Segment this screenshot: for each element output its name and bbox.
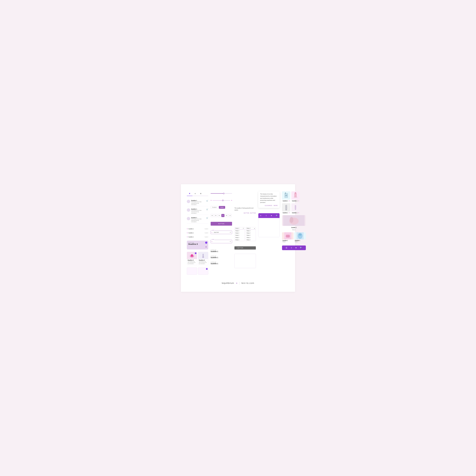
- slider-thumb-1[interactable]: [223, 193, 224, 194]
- dropdown-left[interactable]: Body 2 ▾ Body 2 Body 2 Body 2 Body 2 Bod…: [235, 227, 245, 241]
- num-btn-00[interactable]: 00: [211, 214, 214, 217]
- slider-2-track[interactable]: [212, 200, 230, 201]
- dropdown-left-item-2[interactable]: Body 2: [235, 234, 245, 237]
- bottom-product-body-1: Body 2: [283, 241, 293, 242]
- tab-heart[interactable]: ♥: [187, 191, 192, 196]
- num-btn-10[interactable]: 10: [228, 214, 232, 217]
- bottom-product-2: Subtitle 1 Body 2: [294, 232, 306, 243]
- card-headline: Headline 6: [188, 243, 207, 245]
- dropdown-right-item-4[interactable]: Body 2: [246, 239, 256, 241]
- input-label-1: Label: [212, 230, 214, 231]
- dropdown-left-item-4[interactable]: Body 2: [235, 239, 245, 241]
- list-item-1: Subtitle 1 The beauty of an idea charact…: [187, 199, 208, 206]
- tooltip-action-more[interactable]: MORE: [274, 205, 278, 206]
- tooltip-action-elegance[interactable]: ELEGANCE: [265, 205, 272, 206]
- dropdown-left-item-0[interactable]: Body 2: [235, 230, 245, 232]
- modal-close-icon[interactable]: ✕: [260, 215, 261, 217]
- nav-heart-icon[interactable]: ♥: [295, 247, 297, 249]
- product-heart-4[interactable]: ♥: [298, 212, 299, 214]
- toggle-enabled[interactable]: Enabled: [211, 206, 218, 209]
- footer-brand: lequilibrium: [222, 282, 234, 284]
- product-cards-row: ✓ Headline 6 The beauty of an idea chara…: [187, 252, 208, 265]
- bottom-product-img-1: [282, 232, 294, 239]
- overline-subtitle-3: Subtitle 1: [211, 263, 232, 265]
- toggle-active[interactable]: Active: [219, 206, 225, 209]
- dropdown-left-item-3[interactable]: Body 2: [235, 237, 245, 239]
- dropdown-right-header[interactable]: Body 2 ▴: [246, 227, 256, 230]
- empty-card-1: [187, 268, 197, 275]
- column-5: Subtitle 1 ♥ Subtitle 1 ♥: [282, 191, 306, 250]
- svg-rect-19: [286, 236, 290, 236]
- eye-icon-1[interactable]: 👁: [230, 232, 231, 233]
- content-grid: ♥ ● ■ Subtitle 1 The beauty of an idea c…: [187, 191, 289, 274]
- overline-item-3: OVERLINE Subtitle 1: [211, 262, 232, 265]
- dropdown-right-item-3[interactable]: Body 2: [246, 237, 256, 239]
- nav-search-icon[interactable]: 🔍: [300, 247, 302, 249]
- single-product-img: [282, 215, 306, 226]
- main-container: ♥ ● ■ Subtitle 1 The beauty of an idea c…: [181, 184, 295, 292]
- purple-card: ✓ OVERLINE Headline 6 ⊕: [187, 241, 208, 249]
- overline-item-2: OVERLINE Subtitle 1: [211, 255, 232, 258]
- product-card-2[interactable]: Headline 6 The beauty of an idea charact…: [198, 252, 208, 265]
- cart-icon-2[interactable]: 🛒: [206, 208, 208, 210]
- dropdown-right-list: Body 2 Body 2 Body 2 Body 2 Body 2: [246, 230, 256, 241]
- modal-body: [258, 218, 280, 237]
- avatar-2: [187, 208, 190, 212]
- slider-1[interactable]: [211, 191, 232, 196]
- dropdown-right-value: Body 2: [247, 228, 250, 229]
- product-img-1: [282, 191, 290, 200]
- num-btn-06[interactable]: 06: [221, 214, 224, 217]
- tab-calendar[interactable]: ■: [198, 191, 204, 196]
- nav-share-icon[interactable]: ⇧: [290, 247, 292, 249]
- tab-row[interactable]: ♥ ● ■: [187, 191, 208, 196]
- column-4: The beauty of an idea characterized by m…: [258, 191, 280, 237]
- cart-icon-1[interactable]: 🛒: [206, 200, 208, 202]
- overline-subtitle-1: Subtitle 1: [211, 251, 232, 252]
- tooltip-actions: ELEGANCE MORE: [260, 205, 278, 206]
- product-card-1[interactable]: ✓ Headline 6 The beauty of an idea chara…: [187, 252, 197, 265]
- product-heart-1[interactable]: ♥: [289, 200, 290, 202]
- small-list-item-1: ♥ Subtitle 1 Caption: [187, 227, 208, 230]
- modal-share-icon[interactable]: ⇧: [266, 215, 267, 217]
- cart-icon-3[interactable]: 🛒: [206, 217, 208, 219]
- tab-user[interactable]: ●: [192, 191, 198, 196]
- product-img-2: [291, 191, 300, 200]
- avatar-3: [187, 217, 190, 220]
- big-button[interactable]: BUTTON: [211, 222, 232, 226]
- text-btn-1[interactable]: BUTTON: [244, 212, 249, 214]
- text-btn-2[interactable]: BUTTON: [250, 212, 256, 214]
- modal-search-icon[interactable]: 🔍: [276, 215, 278, 217]
- dropdown-left-item-1[interactable]: Body 2: [235, 232, 245, 234]
- dropdown-right-item-2[interactable]: Body 2: [246, 234, 256, 237]
- num-btn-04[interactable]: 04: [218, 214, 221, 217]
- slider-heart-left: ♥: [211, 200, 211, 201]
- small-title-2: Subtitle 1: [188, 232, 204, 234]
- list-item-3: Subtitle 1 The beauty of an idea charact…: [187, 216, 208, 223]
- textarea[interactable]: [235, 254, 256, 268]
- modal-heart-icon[interactable]: ♥: [271, 215, 272, 217]
- slider-2-container: ♥ ♥: [211, 200, 232, 201]
- dropdown-right[interactable]: Body 2 ▴ Body 2 Body 2 Body 2 Body 2 Bod…: [246, 227, 256, 241]
- num-btn-02[interactable]: 02: [214, 214, 217, 217]
- product-heart-3[interactable]: ♥: [289, 212, 290, 214]
- dropdown-left-header[interactable]: Body 2 ▾: [235, 227, 245, 230]
- input-field-1[interactable]: [211, 231, 232, 234]
- overline-label-2: OVERLINE: [211, 255, 232, 256]
- dropdown-right-item-1[interactable]: Body 2: [246, 232, 256, 234]
- overline-label-3: OVERLINE: [211, 262, 232, 263]
- small-list-item-2: ♥ Subtitle 1 Caption: [187, 232, 208, 234]
- toggle-row: Enabled Active: [211, 206, 232, 209]
- num-btn-08[interactable]: 08: [225, 214, 228, 217]
- modal-header: ✕ ⇧ ♥ 🔍: [258, 213, 280, 218]
- product-heart-2[interactable]: ♥: [298, 200, 299, 202]
- add-button[interactable]: + BUTTON: [235, 246, 256, 250]
- column-3: The quality of being graceful and stylis…: [235, 191, 256, 268]
- empty-card-check: ✓: [206, 268, 208, 270]
- product-img-3: [282, 203, 290, 212]
- slider-2-thumb[interactable]: [222, 200, 224, 201]
- nav-menu-icon[interactable]: ☰: [286, 247, 287, 249]
- dropdown-right-item-0[interactable]: Body 2: [246, 230, 256, 232]
- input-field-2[interactable]: [211, 240, 232, 243]
- footer-logo-icon: ⑥: [236, 282, 238, 284]
- eye-icon-2[interactable]: 👁: [230, 241, 231, 242]
